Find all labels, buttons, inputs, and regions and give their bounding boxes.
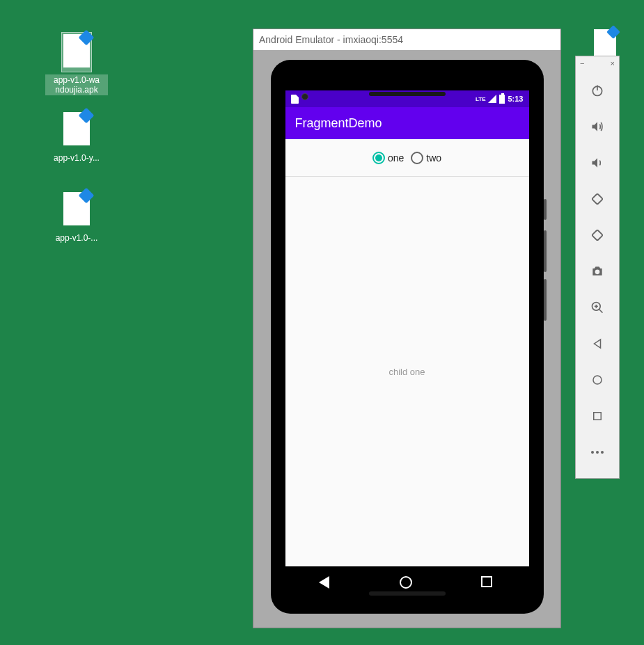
power-button[interactable] — [590, 83, 605, 98]
recents-icon — [481, 576, 492, 587]
nav-back-button[interactable] — [319, 576, 333, 590]
phone-camera — [301, 93, 308, 100]
radio-group: one two — [285, 139, 529, 177]
toolbar-more-button[interactable] — [590, 445, 605, 460]
svg-rect-11 — [594, 413, 602, 420]
desktop-icon-apk-2[interactable]: app-v1.0-y... — [45, 110, 108, 164]
content-text: child one — [388, 367, 425, 377]
svg-point-10 — [593, 376, 602, 384]
camera-button[interactable] — [590, 264, 605, 279]
clock-text: 5:13 — [508, 95, 523, 103]
phone-side-button — [544, 230, 547, 272]
app-bar: FragmentDemo — [285, 107, 529, 139]
fragment-content: child one — [285, 177, 529, 566]
radio-label: two — [426, 152, 441, 164]
back-icon — [319, 576, 329, 589]
radio-one[interactable]: one — [372, 152, 404, 164]
zoom-button[interactable] — [590, 300, 605, 315]
emulator-side-toolbar: − × — [575, 56, 620, 479]
phone-screen[interactable]: LTE 5:13 FragmentDemo one — [285, 90, 529, 600]
svg-line-6 — [599, 310, 603, 313]
svg-rect-3 — [592, 230, 603, 241]
desktop-file-icon[interactable] — [594, 29, 616, 57]
emulator-title-text: Android Emulator - imxiaoqi:5554 — [259, 34, 403, 45]
app-title: FragmentDemo — [295, 116, 382, 131]
volume-up-button[interactable] — [590, 119, 605, 134]
close-button[interactable]: × — [611, 59, 615, 67]
file-icon — [61, 110, 92, 150]
desktop-icon-apk-3[interactable]: app-v1.0-... — [45, 190, 108, 244]
phone-speaker — [369, 591, 446, 596]
rotate-left-button[interactable] — [590, 191, 605, 207]
emulator-window[interactable]: Android Emulator - imxiaoqi:5554 LTE — [253, 29, 561, 628]
file-icon — [61, 190, 92, 230]
more-icon — [591, 451, 604, 454]
svg-rect-2 — [592, 193, 603, 205]
radio-icon — [372, 152, 385, 164]
home-icon — [400, 576, 412, 589]
lte-label: LTE — [476, 96, 486, 102]
desktop-icon-label: app-v1.0-wa ndoujia.apk — [45, 74, 108, 95]
radio-label: one — [388, 152, 404, 164]
nav-home-button[interactable] — [400, 576, 414, 590]
toolbar-back-button[interactable] — [590, 336, 605, 351]
svg-point-4 — [595, 270, 600, 275]
desktop-icon-label: app-v1.0-... — [54, 232, 100, 244]
desktop-icon-apk-1[interactable]: app-v1.0-wa ndoujia.apk — [45, 32, 108, 95]
desktop-icon-label: app-v1.0-y... — [52, 152, 101, 164]
nav-recents-button[interactable] — [481, 576, 495, 590]
signal-icon — [488, 95, 496, 103]
phone-frame: LTE 5:13 FragmentDemo one — [271, 60, 544, 614]
file-icon — [61, 32, 92, 72]
phone-side-button — [544, 199, 547, 220]
toolbar-home-button[interactable] — [590, 372, 605, 388]
svg-marker-9 — [595, 340, 601, 348]
volume-down-button[interactable] — [590, 155, 605, 170]
minimize-button[interactable]: − — [580, 59, 584, 67]
radio-icon — [411, 152, 423, 164]
emulator-window-title[interactable]: Android Emulator - imxiaoqi:5554 — [253, 29, 560, 50]
battery-icon — [499, 95, 505, 104]
rotate-right-button[interactable] — [590, 228, 605, 243]
phone-speaker — [369, 92, 446, 96]
emulator-body: LTE 5:13 FragmentDemo one — [253, 50, 560, 628]
radio-two[interactable]: two — [411, 152, 441, 164]
sim-icon — [291, 95, 299, 104]
phone-side-button — [544, 279, 547, 321]
toolbar-recents-button[interactable] — [590, 408, 605, 424]
